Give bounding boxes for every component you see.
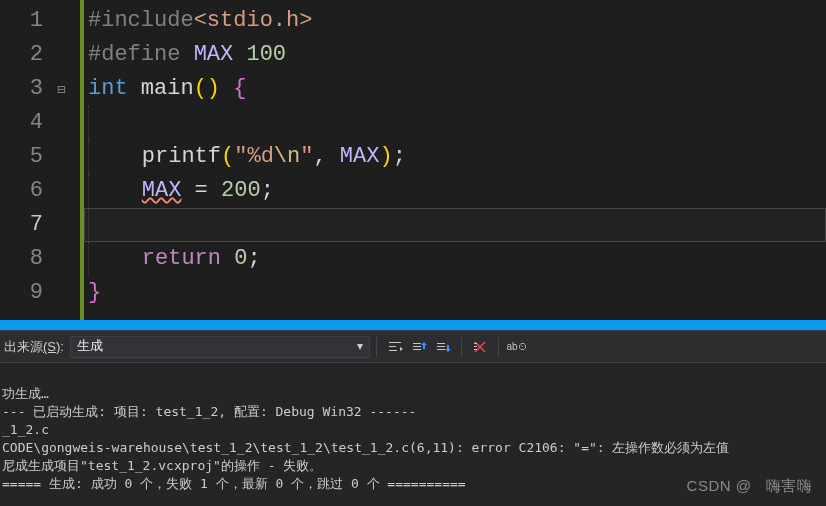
token-hash: # [88,42,101,67]
fold-gutter: ⊟ [55,0,80,320]
line-number: 3 [0,72,43,106]
line-number: 6 [0,174,43,208]
token-string-quote: " [300,144,313,169]
token-close-paren: ) [379,144,392,169]
output-line: 功生成… [2,386,49,401]
code-line[interactable]: } [84,276,826,310]
token-include-path: <stdio.h> [194,8,313,33]
token-space [128,76,141,101]
token-comma: , [313,144,339,169]
token-keyword: int [88,76,128,101]
token-define: define [101,42,193,67]
clear-output-icon[interactable] [469,336,491,358]
code-line[interactable]: int main() { [84,72,826,106]
token-semicolon: ; [261,178,274,203]
token-open-paren: ( [221,144,234,169]
token-string-body: %d [247,144,273,169]
code-line[interactable]: #include<stdio.h> [84,4,826,38]
toolbar-separator [376,337,377,357]
code-line[interactable]: printf("%d\n", MAX); [84,140,826,174]
token-number: 100 [246,42,286,67]
toolbar-separator [461,337,462,357]
token-fn: main [141,76,194,101]
output-line: CODE\gongweis-warehouse\test_1_2\test_1_… [2,440,729,455]
line-number: 1 [0,4,43,38]
token-fn: printf [142,144,221,169]
line-number: 7 [0,208,43,242]
prev-message-icon[interactable] [408,336,430,358]
token-macro-error: MAX [142,178,182,203]
timestamp-icon[interactable]: ab⏲ [506,336,528,358]
token-close-paren: ) [207,76,220,101]
output-line: ===== 生成: 成功 0 个，失败 1 个，最新 0 个，跳过 0 个 ==… [2,476,466,491]
token-macro: MAX [194,42,234,67]
next-message-icon[interactable] [432,336,454,358]
output-line: --- 已启动生成: 项目: test_1_2, 配置: Debug Win32… [2,404,416,419]
token-close-brace: } [88,280,101,305]
token-space [233,42,246,67]
watermark: CSDN @ 嗨害嗨 [687,477,812,496]
code-line[interactable]: MAX = 200; [84,174,826,208]
token-string-quote: " [234,144,247,169]
line-number: 8 [0,242,43,276]
code-line[interactable]: return 0; [84,242,826,276]
output-source-select[interactable]: 生成 [70,336,370,358]
line-number-gutter: 1 2 3 4 5 6 7 8 9 [0,0,55,320]
token-space [221,246,234,271]
code-content[interactable]: #include<stdio.h> #define MAX 100 int ma… [80,0,826,320]
output-toolbar: 出来源(S): 生成 ab⏲ [0,331,826,363]
output-source-label: 出来源(S): [4,338,64,356]
line-number: 5 [0,140,43,174]
token-escape: \n [274,144,300,169]
panel-separator[interactable] [0,320,826,330]
code-editor[interactable]: 1 2 3 4 5 6 7 8 9 ⊟ #include<stdio.h> #d… [0,0,826,320]
code-line[interactable]: #define MAX 100 [84,38,826,72]
token-macro: MAX [340,144,380,169]
token-include: include [101,8,193,33]
output-line: _1_2.c [2,422,49,437]
line-number: 9 [0,276,43,310]
line-number: 4 [0,106,43,140]
token-number: 0 [234,246,247,271]
token-open-brace: { [233,76,246,101]
token-semicolon: ; [393,144,406,169]
fold-collapse-icon[interactable]: ⊟ [55,73,65,107]
current-line-highlight [84,208,826,242]
token-rest: = [181,178,221,203]
token-number: 200 [221,178,261,203]
token-return: return [142,246,221,271]
word-wrap-icon[interactable] [384,336,406,358]
code-line[interactable] [84,106,826,140]
toolbar-separator [498,337,499,357]
output-line: 尼成生成项目"test_1_2.vcxproj"的操作 - 失败。 [2,458,322,473]
line-number: 2 [0,38,43,72]
token-semicolon: ; [247,246,260,271]
token-space [220,76,233,101]
token-open-paren: ( [194,76,207,101]
token-hash: # [88,8,101,33]
